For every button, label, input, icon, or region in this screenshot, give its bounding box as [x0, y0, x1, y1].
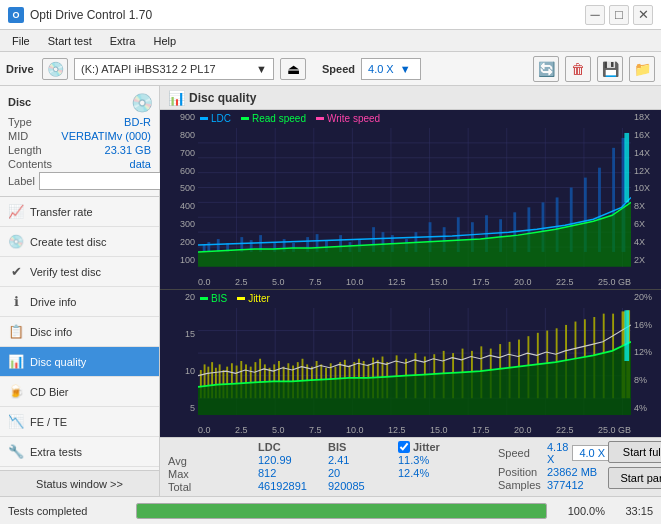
statusbar: Tests completed 100.0% 33:15: [0, 496, 661, 524]
time-label: 33:15: [613, 505, 653, 517]
max-jitter: 12.4%: [398, 467, 488, 479]
disc-info-panel: Disc 💿 Type BD-R MID VERBATIMv (000) Len…: [0, 86, 159, 197]
menu-extra[interactable]: Extra: [102, 33, 144, 49]
disc-quality-icon: 📊: [8, 354, 24, 370]
disc-type-label: Type: [8, 116, 32, 128]
nav-label-create-test-disc: Create test disc: [30, 236, 106, 248]
legend-ldc-dot: [200, 117, 208, 120]
status-window-button[interactable]: Status window >>: [0, 470, 159, 496]
sidebar-item-transfer-rate[interactable]: 📈 Transfer rate: [0, 197, 159, 227]
status-window-label: Status window >>: [36, 478, 123, 490]
save-button[interactable]: 📁: [629, 56, 655, 82]
legend-write-label: Write speed: [327, 113, 380, 124]
svg-rect-21: [217, 239, 220, 252]
disc-contents-label: Contents: [8, 158, 52, 170]
minimize-button[interactable]: ─: [585, 5, 605, 25]
close-button[interactable]: ✕: [633, 5, 653, 25]
menu-help[interactable]: Help: [145, 33, 184, 49]
stats-bar: Avg Max Total LDC 120.99 812 46192891 BI…: [160, 437, 661, 496]
status-text: Tests completed: [8, 505, 128, 517]
menu-file[interactable]: File: [4, 33, 38, 49]
stats-jitter-section: Jitter 11.3% 12.4%: [398, 441, 488, 493]
nav-label-transfer-rate: Transfer rate: [30, 206, 93, 218]
progress-label: 100.0%: [555, 505, 605, 517]
chart-bis-jitter: BIS Jitter 2015105 20%16%12%8%4%: [160, 290, 661, 437]
legend-write-speed: Write speed: [316, 113, 380, 124]
chart-top-x-axis: 0.02.55.07.510.012.515.017.520.022.525.0…: [198, 277, 631, 287]
speed-stat-label: Speed: [498, 447, 543, 459]
disc-mid-label: MID: [8, 130, 28, 142]
disc-mid-value: VERBATIMv (000): [61, 130, 151, 142]
disc-label-input[interactable]: [39, 172, 179, 190]
sidebar-item-extra-tests[interactable]: 🔧 Extra tests: [0, 437, 159, 467]
fe-te-icon: 📉: [8, 414, 24, 430]
restore-button[interactable]: □: [609, 5, 629, 25]
eject-button[interactable]: ⏏: [280, 58, 306, 80]
start-full-button[interactable]: Start full: [608, 441, 661, 463]
position-value: 23862 MB: [547, 466, 597, 478]
nav-label-extra-tests: Extra tests: [30, 446, 82, 458]
start-part-button[interactable]: Start part: [608, 467, 661, 489]
stats-speed-section: Speed 4.18 X 4.0 X▼ Position 23862 MB Sa…: [498, 441, 608, 491]
drive-icon: 💿: [42, 58, 68, 80]
svg-rect-20: [207, 242, 210, 252]
ldc-header: LDC: [258, 441, 328, 453]
legend-write-dot: [316, 117, 324, 120]
menu-start-test[interactable]: Start test: [40, 33, 100, 49]
transfer-rate-icon: 📈: [8, 204, 24, 220]
nav-label-disc-info: Disc info: [30, 326, 72, 338]
speed-label: Speed: [322, 63, 355, 75]
disc-info-icon: 📋: [8, 324, 24, 340]
legend-bis-label: BIS: [211, 293, 227, 304]
legend-read-label: Read speed: [252, 113, 306, 124]
drivebar: Drive 💿 (K:) ATAPI iHBS312 2 PL17 ▼ ⏏ Sp…: [0, 52, 661, 86]
speed-selector[interactable]: 4.0 X ▼: [361, 58, 421, 80]
sidebar-item-verify-test-disc[interactable]: ✔ Verify test disc: [0, 257, 159, 287]
avg-bis: 2.41: [328, 454, 388, 466]
max-bis: 20: [328, 467, 388, 479]
disc-quality-header: 📊 Disc quality: [160, 86, 661, 110]
refresh-button[interactable]: 🔄: [533, 56, 559, 82]
sidebar-item-disc-info[interactable]: 📋 Disc info: [0, 317, 159, 347]
legend-jitter-dot: [237, 297, 245, 300]
chart-bottom-y-right: 20%16%12%8%4%: [631, 290, 661, 415]
drive-selector[interactable]: (K:) ATAPI iHBS312 2 PL17 ▼: [74, 58, 274, 80]
erase-button[interactable]: 🗑: [565, 56, 591, 82]
content-area: 📊 Disc quality LDC Read speed: [160, 86, 661, 496]
nav-label-verify-test-disc: Verify test disc: [30, 266, 101, 278]
legend-read-speed: Read speed: [241, 113, 306, 124]
disc-write-button[interactable]: 💾: [597, 56, 623, 82]
nav-label-cd-bier: CD Bier: [30, 386, 69, 398]
sidebar-item-disc-quality[interactable]: 📊 Disc quality: [0, 347, 159, 377]
verify-test-disc-icon: ✔: [8, 264, 24, 280]
legend-jitter-label: Jitter: [248, 293, 270, 304]
sidebar-item-fe-te[interactable]: 📉 FE / TE: [0, 407, 159, 437]
total-label: Total: [168, 481, 213, 493]
nav-label-disc-quality: Disc quality: [30, 356, 86, 368]
stats-labels-col: Avg Max Total: [168, 441, 258, 493]
svg-rect-56: [624, 133, 629, 202]
legend-bis: BIS: [200, 293, 227, 304]
chart-top-y-right: 18X16X14X12X10X8X6X4X2X: [631, 110, 661, 267]
total-bis: 920085: [328, 480, 388, 492]
sidebar-item-drive-info[interactable]: ℹ Drive info: [0, 287, 159, 317]
legend-read-dot: [241, 117, 249, 120]
chart-legend-top: LDC Read speed Write speed: [200, 113, 380, 124]
disc-label-label: Label: [8, 175, 35, 187]
main-layout: Disc 💿 Type BD-R MID VERBATIMv (000) Len…: [0, 86, 661, 496]
chart-top-area: [198, 128, 631, 267]
jitter-checkbox[interactable]: [398, 441, 410, 453]
max-ldc: 812: [258, 467, 328, 479]
sidebar-item-cd-bier[interactable]: 🍺 CD Bier: [0, 377, 159, 407]
sidebar-nav: 📈 Transfer rate 💿 Create test disc ✔ Ver…: [0, 197, 159, 470]
cd-bier-icon: 🍺: [8, 384, 24, 400]
disc-length-value: 23.31 GB: [105, 144, 151, 156]
speed-stat-value: 4.18 X: [547, 441, 568, 465]
legend-jitter: Jitter: [237, 293, 270, 304]
chart-bottom-x-axis: 0.02.55.07.510.012.515.017.520.022.525.0…: [198, 425, 631, 435]
total-ldc: 46192891: [258, 480, 328, 492]
max-label: Max: [168, 468, 213, 480]
progress-bar-fill: [137, 504, 546, 518]
chart-bottom-svg: [198, 308, 631, 415]
sidebar-item-create-test-disc[interactable]: 💿 Create test disc: [0, 227, 159, 257]
